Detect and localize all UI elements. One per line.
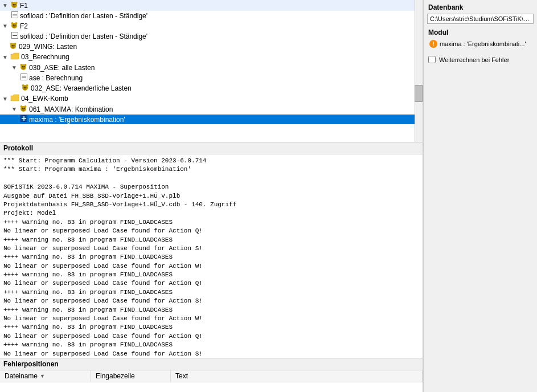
svg-point-1	[11, 2, 14, 4]
datenbank-group: Datenbank C:\Users\stric\Studium\SOFiSTi…	[427, 3, 534, 24]
folder-icon-03	[10, 52, 19, 62]
svg-point-41	[24, 108, 25, 109]
tree-scroll[interactable]: ▼ F1 sofiload : 'Definition der Lasten -…	[0, 0, 423, 142]
svg-point-2	[15, 2, 18, 4]
svg-point-32	[26, 84, 28, 87]
tree-item-maxima[interactable]: maxima : 'Ergebniskombination'	[0, 115, 423, 124]
tree-label-03: 03_Berechnung	[21, 53, 69, 61]
weiterrechnen-checkbox[interactable]	[428, 56, 436, 63]
svg-point-5	[15, 4, 16, 5]
protocol-line: Projektdatenbasis FH_SBB_SSD-Vorlage+1.H…	[3, 201, 419, 209]
col-eingabezeile-label: Eingabezeile	[96, 372, 135, 380]
svg-point-10	[15, 22, 18, 24]
svg-point-34	[24, 87, 25, 88]
protocol-line: ++++ warning no. 83 in program FIND_LOAD…	[3, 236, 419, 244]
warning-icon: !	[429, 40, 437, 48]
bear-icon-f2	[10, 21, 18, 31]
col-eingabezeile[interactable]: Eingabezeile	[91, 370, 171, 382]
svg-point-4	[13, 4, 14, 5]
svg-point-9	[11, 22, 14, 24]
weiterrechnen-label: Weiterrechnen bei Fehler	[439, 56, 509, 63]
arrow-04: ▼	[2, 96, 9, 102]
bear-icon-029	[9, 42, 17, 51]
tree-label-030-ase: ase : Berechnung	[29, 74, 83, 82]
protocol-line: No linear or superposed Load Case found …	[3, 332, 419, 341]
protocol-line: No linear or superposed Load Case found …	[3, 315, 419, 323]
col-text[interactable]: Text	[171, 370, 423, 382]
protocol-line	[3, 174, 419, 183]
tree-label-032: 032_ASE: Veraenderliche Lasten	[31, 84, 132, 92]
tree-label-f2: F2	[20, 22, 28, 30]
tree-label-04: 04_EWK-Komb	[21, 95, 68, 103]
modul-item-row: ! maxima : 'Ergebniskombinati...'	[427, 39, 534, 49]
svg-point-38	[24, 105, 27, 108]
svg-point-27	[24, 66, 25, 67]
plus-box-icon-maxima	[21, 115, 27, 124]
arrow-f2: ▼	[2, 23, 9, 29]
svg-point-13	[15, 24, 16, 26]
svg-point-21	[14, 45, 15, 46]
protocol-line: No linear or superposed Load Case found …	[3, 297, 419, 305]
tree-label-f2-sofi: sofiload : 'Definition der Lasten - Stän…	[20, 32, 147, 40]
protocol-header: Protokoll	[0, 142, 423, 154]
sort-arrow-dateiname: ▼	[40, 373, 45, 379]
main-container: ▼ F1 sofiload : 'Definition der Lasten -…	[0, 0, 537, 392]
tree-item-061[interactable]: ▼ 061_MAXIMA: Kombination	[0, 104, 423, 115]
protocol-line: No linear or superposed Load Case found …	[3, 227, 419, 235]
minus-box-icon-ase	[21, 74, 27, 82]
error-header: Fehlerpositionen	[0, 358, 423, 370]
svg-point-24	[24, 64, 27, 66]
svg-rect-44	[22, 118, 26, 119]
tree-item-04[interactable]: ▼ 04_EWK-Komb	[0, 93, 423, 104]
tree-scrollbar[interactable]	[415, 0, 423, 142]
tree-label-061: 061_MAXIMA: Kombination	[29, 105, 113, 113]
minus-box-icon-f2	[11, 32, 18, 40]
protocol-line: Ausgabe auf Datei FH_SBB_SSD-Vorlage+1.H…	[3, 192, 419, 201]
error-section: Fehlerpositionen Dateiname ▼ Eingabezeil…	[0, 358, 423, 392]
col-dateiname-label: Dateiname	[5, 372, 38, 380]
protocol-line: No linear or superposed Load Case found …	[3, 350, 419, 358]
svg-rect-15	[13, 35, 17, 36]
tree-item-032[interactable]: 032_ASE: Veraenderliche Lasten	[0, 83, 423, 93]
tree-item-030[interactable]: ▼ 030_ASE: alle Lasten	[0, 62, 423, 73]
tree-label-030: 030_ASE: alle Lasten	[29, 64, 95, 72]
protocol-line: ++++ warning no. 83 in program FIND_LOAD…	[3, 306, 419, 315]
protocol-line: No linear or superposed Load Case found …	[3, 279, 419, 288]
svg-point-35	[26, 87, 27, 88]
arrow-061: ▼	[11, 106, 18, 112]
protocol-content[interactable]: *** Start: Programm Calculation - Versio…	[0, 154, 423, 358]
left-panel: ▼ F1 sofiload : 'Definition der Lasten -…	[0, 0, 423, 392]
tree-scrollbar-thumb[interactable]	[415, 85, 423, 102]
bear-icon-f1	[10, 1, 18, 10]
svg-rect-7	[13, 15, 17, 16]
tree-item-030-ase[interactable]: ase : Berechnung	[0, 73, 423, 83]
error-table: Dateiname ▼ Eingabezeile Text	[0, 370, 423, 382]
protocol-line: ++++ warning no. 83 in program FIND_LOAD…	[3, 253, 419, 262]
protocol-line: ++++ warning no. 83 in program FIND_LOAD…	[3, 218, 419, 227]
svg-point-40	[22, 108, 23, 109]
protocol-line: ++++ warning no. 83 in program FIND_LOAD…	[3, 288, 419, 297]
protocol-line: *** Start: Programm Calculation - Versio…	[3, 157, 419, 165]
modul-label: Modul	[427, 28, 534, 36]
tree-label-maxima: maxima : 'Ergebniskombination'	[29, 116, 125, 124]
svg-point-26	[22, 66, 23, 67]
folder-icon-04	[10, 94, 19, 103]
weiterrechnen-row: Weiterrechnen bei Fehler	[427, 54, 534, 66]
col-dateiname[interactable]: Dateiname ▼	[0, 370, 91, 382]
datenbank-value[interactable]: C:\Users\stric\Studium\SOFiSTiK\FH...	[427, 14, 534, 24]
modul-group: Modul ! maxima : 'Ergebniskombinati...'	[427, 28, 534, 49]
tree-item-f1[interactable]: ▼ F1	[0, 0, 423, 11]
tree-item-f2[interactable]: ▼ F2	[0, 21, 423, 31]
svg-point-18	[14, 43, 17, 45]
bear-icon-061	[19, 104, 27, 114]
protocol-line: No linear or superposed Load Case found …	[3, 262, 419, 271]
protocol-line: ++++ warning no. 83 in program FIND_LOAD…	[3, 341, 419, 349]
svg-point-23	[21, 64, 23, 66]
tree-item-f1-sofi[interactable]: sofiload : 'Definition der Lasten - Stän…	[0, 11, 423, 21]
tree-item-f2-sofi[interactable]: sofiload : 'Definition der Lasten - Stän…	[0, 31, 423, 41]
tree-item-029[interactable]: 029_WING: Lasten	[0, 41, 423, 52]
tree-item-03[interactable]: ▼ 03_Berechnung	[0, 52, 423, 62]
bear-icon-032	[21, 83, 29, 93]
svg-point-12	[13, 24, 14, 26]
tree-label-f1: F1	[20, 2, 28, 10]
